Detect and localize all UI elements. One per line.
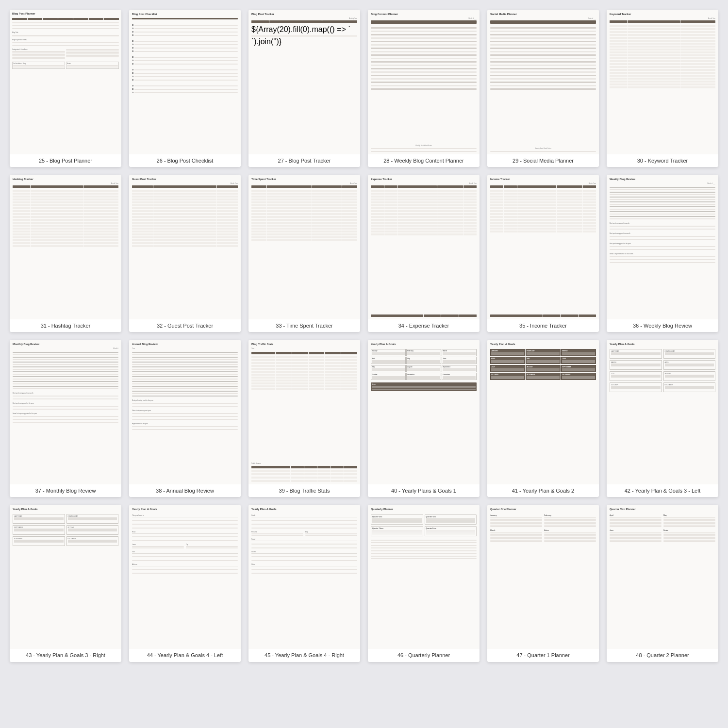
card-38-label: 38 - Annual Blog Review xyxy=(129,484,241,497)
card-33-label: 33 - Time Spent Tracker xyxy=(248,319,360,332)
card-39-label: 39 - Blog Traffic Stats xyxy=(248,484,360,497)
card-41[interactable]: Yearly Plan & Goals JANUARY FEBRUARY MAR… xyxy=(487,340,599,497)
card-34[interactable]: Expense Tracker Month Year xyxy=(368,175,480,332)
card-48[interactable]: Quarter Two Planner April May June xyxy=(607,505,718,662)
card-26-label: 26 - Blog Post Checklist xyxy=(129,154,241,167)
card-45[interactable]: Yearly Plan & Goals Goals Personal Blog … xyxy=(248,505,360,662)
card-43[interactable]: Yearly Plan & Goals LAST YEAR COMING YEA… xyxy=(10,505,121,662)
card-41-label: 41 - Yearly Plan & Goals 2 xyxy=(487,484,599,497)
card-40-label: 40 - Yearly Plans & Goals 1 xyxy=(368,484,480,497)
card-29-label: 29 - Social Media Planner xyxy=(487,154,599,167)
card-36[interactable]: Weekly Blog Review Week of ___ xyxy=(607,175,718,332)
card-44[interactable]: Yearly Plan & Goals This year I want to … xyxy=(129,505,241,662)
card-28-label: 28 - Weekly Blog Content Planner xyxy=(368,154,480,167)
card-33[interactable]: Time Spent Tracker Month Year xyxy=(248,175,360,332)
card-40[interactable]: Yearly Plan & Goals January February Mar… xyxy=(368,340,480,497)
card-39[interactable]: Blog Traffic Stats Year xyxy=(248,340,360,497)
card-46[interactable]: Quarterly Planner Quarter One Quarter Tw… xyxy=(368,505,480,662)
card-32-label: 32 - Guest Post Tracker xyxy=(129,319,241,332)
card-34-label: 34 - Expense Tracker xyxy=(368,319,480,332)
card-25[interactable]: Blog Post Planner Blog Title Blog Keywor… xyxy=(10,10,121,167)
card-37[interactable]: Monthly Blog Review Month # xyxy=(10,340,121,497)
card-37-label: 37 - Monthly Blog Review xyxy=(10,484,121,497)
card-25-label: 25 - Blog Post Planner xyxy=(10,154,121,167)
card-30-label: 30 - Keyword Tracker xyxy=(607,154,718,167)
card-36-label: 36 - Weekly Blog Review xyxy=(607,319,718,332)
card-31-label: 31 - Hashtag Tracker xyxy=(10,319,121,332)
card-38[interactable]: Annual Blog Review Year xyxy=(129,340,241,497)
card-29[interactable]: Social Media Planner Week of ___ xyxy=(487,10,599,167)
card-28[interactable]: Blog Content Planner Week of ___ xyxy=(368,10,480,167)
card-27[interactable]: Blog Post Tracker Monthly Year ${Array(2… xyxy=(248,10,360,167)
cards-grid: Blog Post Planner Blog Title Blog Keywor… xyxy=(10,10,718,662)
card-30[interactable]: Keyword Tracker Month Year xyxy=(607,10,718,167)
card-42[interactable]: Yearly Plan & Goals LAST YEAR COMING YEA… xyxy=(607,340,718,497)
card-35[interactable]: Income Tracker Month Year xyxy=(487,175,599,332)
card-48-label: 48 - Quarter 2 Planner xyxy=(607,649,718,662)
card-47[interactable]: Quarter One Planner January February Mar… xyxy=(487,505,599,662)
card-42-label: 42 - Yearly Plan & Goals 3 - Left xyxy=(607,484,718,497)
card-44-label: 44 - Yearly Plan & Goals 4 - Left xyxy=(129,649,241,662)
card-31[interactable]: Hashtag Tracker Month Year xyxy=(10,175,121,332)
card-45-label: 45 - Yearly Plan & Goals 4 - Right xyxy=(248,649,360,662)
card-26[interactable]: Blog Post Checklist xyxy=(129,10,241,167)
card-32[interactable]: Guest Post Tracker Month Year xyxy=(129,175,241,332)
card-46-label: 46 - Quarterly Planner xyxy=(368,649,480,662)
card-47-label: 47 - Quarter 1 Planner xyxy=(487,649,599,662)
card-35-label: 35 - Income Tracker xyxy=(487,319,599,332)
card-43-label: 43 - Yearly Plan & Goals 3 - Right xyxy=(10,649,121,662)
card-27-label: 27 - Blog Post Tracker xyxy=(248,154,360,167)
